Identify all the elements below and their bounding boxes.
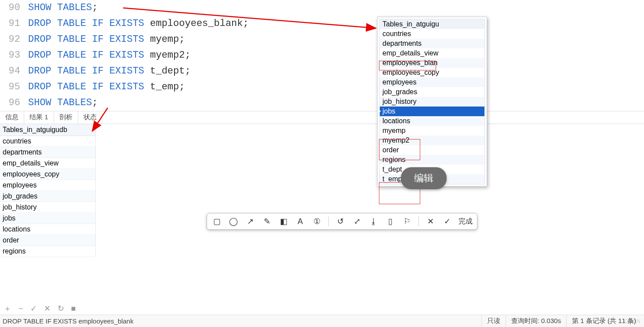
- popup-row[interactable]: locations: [380, 116, 484, 126]
- status-query-time: 查询时间: 0.030s: [506, 315, 566, 327]
- tab-3[interactable]: 状态: [78, 111, 102, 124]
- grid-row[interactable]: locations: [0, 224, 95, 235]
- undo-icon[interactable]: ↺: [335, 216, 346, 227]
- line-number: 96: [2, 95, 28, 111]
- grid-row[interactable]: order: [0, 235, 95, 246]
- status-sql: DROP TABLE IF EXISTS emplooyees_blank: [3, 317, 134, 325]
- popup-row[interactable]: employees: [380, 77, 484, 87]
- tab-2[interactable]: 剖析: [54, 111, 78, 124]
- popup-row[interactable]: myemp2: [380, 136, 484, 145]
- grid-tool-0[interactable]: ＋: [2, 302, 13, 315]
- line-number: 92: [2, 32, 28, 48]
- circle-icon[interactable]: ◯: [228, 216, 239, 227]
- popup-row[interactable]: emplooyees_copy: [380, 68, 484, 77]
- annotation-toolbar: ▢ ◯ ↗ ✎ ◧ A ① ↺ ⤢ ⭳ ▯ ⚐ ✕ ✓ 完成: [207, 213, 477, 230]
- number-icon[interactable]: ①: [312, 216, 322, 227]
- text-icon[interactable]: A: [295, 216, 306, 227]
- popup-header: Tables_in_atguigu: [380, 19, 484, 29]
- status-readonly: 只读: [481, 315, 506, 327]
- popup-row[interactable]: regions: [380, 155, 484, 165]
- line-number: 91: [2, 16, 28, 32]
- result-grid[interactable]: Tables_in_atguigudbcountriesdepartmentse…: [0, 124, 96, 257]
- sql-editor[interactable]: 90SHOW TABLES;91DROP TABLE IF EXISTS emp…: [0, 0, 644, 111]
- check-icon[interactable]: ✓: [442, 216, 452, 227]
- result-tabs: 信息结果 1剖析状态: [0, 111, 644, 124]
- grid-toolbar: ＋−✓✕↻■: [2, 302, 77, 315]
- phone-icon[interactable]: ▯: [385, 216, 396, 227]
- popup-row[interactable]: job_grades: [380, 87, 484, 97]
- pen-icon[interactable]: ✎: [262, 216, 272, 227]
- grid-row[interactable]: employees: [0, 180, 95, 191]
- tab-1[interactable]: 结果 1: [24, 111, 54, 124]
- grid-header: Tables_in_atguigudb: [0, 124, 95, 136]
- line-number: 94: [2, 63, 28, 79]
- grid-row[interactable]: emplooyees_copy: [0, 169, 95, 180]
- grid-row[interactable]: regions: [0, 246, 95, 257]
- statusbar: DROP TABLE IF EXISTS emplooyees_blank 只读…: [0, 315, 644, 327]
- line-number: 93: [2, 48, 28, 63]
- code-line[interactable]: DROP TABLE IF EXISTS myemp;: [28, 32, 185, 48]
- popup-row[interactable]: departments: [380, 39, 484, 48]
- popup-row[interactable]: job_history: [380, 97, 484, 107]
- grid-tool-1[interactable]: −: [17, 303, 25, 314]
- grid-row[interactable]: countries: [0, 136, 95, 147]
- grid-row[interactable]: job_history: [0, 202, 95, 213]
- grid-row[interactable]: jobs: [0, 213, 95, 224]
- code-line[interactable]: DROP TABLE IF EXISTS myemp2;: [28, 48, 191, 63]
- close-icon[interactable]: ✕: [425, 216, 436, 227]
- expand-icon[interactable]: ⤢: [352, 216, 362, 227]
- code-line[interactable]: SHOW TABLES;: [28, 95, 98, 111]
- tab-0[interactable]: 信息: [0, 111, 24, 124]
- popup-row[interactable]: myemp: [380, 126, 484, 136]
- arrow-icon[interactable]: ↗: [245, 216, 255, 227]
- grid-tool-3[interactable]: ✕: [42, 303, 52, 314]
- grid-tool-5[interactable]: ■: [69, 303, 78, 314]
- grid-row[interactable]: departments: [0, 147, 95, 158]
- mosaic-icon[interactable]: ◧: [278, 216, 289, 227]
- edit-badge[interactable]: 编辑: [401, 167, 447, 189]
- popup-row[interactable]: emp_details_view: [380, 48, 484, 58]
- grid-tool-4[interactable]: ↻: [56, 303, 66, 314]
- bookmark-icon[interactable]: ⚐: [402, 216, 412, 227]
- popup-row[interactable]: countries: [380, 29, 484, 39]
- line-number: 95: [2, 79, 28, 95]
- watermark: CSDN: [624, 318, 640, 324]
- code-line[interactable]: DROP TABLE IF EXISTS emplooyees_blank;: [28, 16, 249, 32]
- done-label[interactable]: 完成: [458, 217, 473, 226]
- grid-row[interactable]: job_grades: [0, 191, 95, 202]
- popup-row[interactable]: jobs: [380, 107, 484, 116]
- rect-icon[interactable]: ▢: [211, 216, 222, 227]
- code-line[interactable]: SHOW TABLES;: [28, 0, 98, 16]
- popup-row[interactable]: emplooyees_blan: [380, 58, 484, 68]
- grid-tool-2[interactable]: ✓: [29, 303, 39, 314]
- grid-row[interactable]: emp_details_view: [0, 158, 95, 169]
- tables-popup[interactable]: Tables_in_atguigucountriesdepartmentsemp…: [377, 17, 487, 187]
- popup-row[interactable]: order: [380, 145, 484, 155]
- download-icon[interactable]: ⭳: [368, 216, 379, 227]
- code-line[interactable]: DROP TABLE IF EXISTS t_dept;: [28, 63, 191, 79]
- code-line[interactable]: DROP TABLE IF EXISTS t_emp;: [28, 79, 185, 95]
- line-number: 90: [2, 0, 28, 16]
